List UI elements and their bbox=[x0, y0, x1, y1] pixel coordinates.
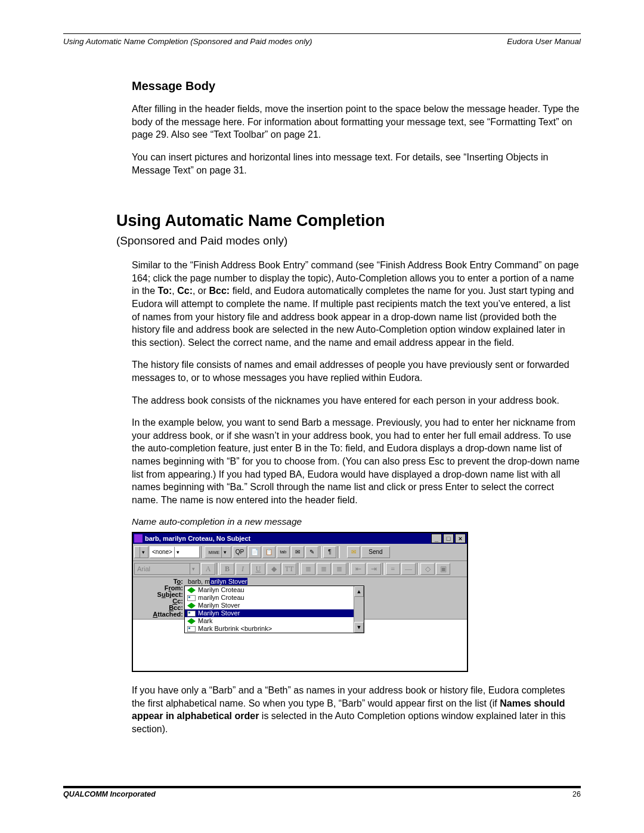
historycard-icon bbox=[187, 611, 196, 617]
priority-dropdown[interactable] bbox=[134, 546, 148, 558]
autocomplete-item-label: Marilyn Stover bbox=[198, 610, 240, 617]
toolbar-separator bbox=[320, 546, 322, 558]
page-number: 26 bbox=[572, 789, 581, 800]
object-button[interactable]: ▣ bbox=[436, 563, 450, 575]
section-autoname-subtitle: (Sponsored and Paid modes only) bbox=[116, 233, 581, 249]
autocomplete-highlight: arilyn Stover bbox=[210, 578, 247, 585]
align-left-button[interactable]: ≣ bbox=[301, 563, 315, 575]
color-button[interactable]: ◆ bbox=[267, 563, 281, 575]
autoname-p4: In the example below, you want to send B… bbox=[132, 416, 581, 506]
indent-button[interactable]: ⇥ bbox=[367, 563, 381, 575]
link-button[interactable]: ◇ bbox=[420, 563, 435, 575]
signature-dropdown[interactable]: <none> bbox=[150, 546, 200, 558]
tb-keep-icon[interactable]: ✉ bbox=[291, 546, 304, 558]
qp-button[interactable]: QP bbox=[233, 546, 247, 558]
titlebar[interactable]: barb, marilyn Croteau, No Subject _ □ × bbox=[133, 533, 467, 544]
running-header-right: Eudora User Manual bbox=[507, 36, 581, 47]
to-field[interactable]: barb, marilyn Stover bbox=[185, 578, 463, 585]
format-toolbar: Arial A B I U ◆ TT ≣ ≣ ≣ ⇤ ⇥ ≡ — ◇ bbox=[133, 561, 467, 577]
autocomplete-item[interactable]: marilyn Croteau bbox=[185, 594, 364, 602]
scroll-down-icon[interactable]: ▼ bbox=[354, 622, 364, 633]
toolbar-separator bbox=[201, 546, 203, 558]
autocomplete-item-label: Mark bbox=[198, 618, 212, 624]
historycard-icon bbox=[187, 595, 196, 601]
msgbody-p1: After filling in the header fields, move… bbox=[132, 103, 581, 141]
italic-button[interactable]: I bbox=[236, 563, 250, 575]
autocomplete-item[interactable]: Marilyn Croteau bbox=[185, 586, 364, 594]
historycard-icon bbox=[187, 626, 196, 632]
autoname-p3: The address book consists of the nicknam… bbox=[132, 394, 581, 407]
autoname-p5: If you have only a “Barb” and a “Beth” a… bbox=[132, 684, 581, 735]
autocomplete-item-label: Mark Burbrink <burbrink> bbox=[198, 625, 272, 632]
send-envelope-icon[interactable]: ✉ bbox=[347, 546, 360, 558]
font-size-button[interactable]: A bbox=[201, 563, 215, 575]
underline-button[interactable]: U bbox=[251, 563, 265, 575]
addressbook-icon bbox=[187, 618, 196, 624]
close-button[interactable]: × bbox=[455, 534, 466, 543]
running-header-left: Using Automatic Name Completion (Sponsor… bbox=[63, 36, 312, 47]
maximize-button[interactable]: □ bbox=[443, 534, 454, 543]
align-center-button[interactable]: ≣ bbox=[317, 563, 331, 575]
outdent-button[interactable]: ⇤ bbox=[351, 563, 366, 575]
app-icon bbox=[134, 534, 143, 543]
autocomplete-item[interactable]: Marilyn Stover bbox=[185, 602, 364, 609]
figure-caption: Name auto-completion in a new message bbox=[132, 516, 581, 528]
tb-pilcrow-icon[interactable]: ¶ bbox=[323, 546, 336, 558]
eudora-compose-window: barb, marilyn Croteau, No Subject _ □ × … bbox=[132, 532, 468, 672]
autocomplete-item[interactable]: Mark bbox=[185, 617, 364, 625]
encoding-dropdown[interactable]: MIME bbox=[205, 546, 231, 558]
tb-doc-icon[interactable]: 📄 bbox=[248, 546, 261, 558]
footer-company: QUALCOMM Incorporated bbox=[63, 789, 156, 800]
autocomplete-item[interactable]: Marilyn Stover bbox=[185, 609, 364, 617]
section-autoname-title: Using Automatic Name Completion bbox=[116, 210, 581, 231]
addressbook-icon bbox=[187, 587, 196, 593]
tt-button[interactable]: TT bbox=[282, 563, 296, 575]
tb-copy-icon[interactable]: 📋 bbox=[262, 546, 275, 558]
scroll-up-icon[interactable]: ▲ bbox=[354, 586, 364, 597]
autoname-p2: The history file consists of names and e… bbox=[132, 358, 581, 384]
bullets-button[interactable]: ≡ bbox=[386, 563, 400, 575]
autocomplete-dropdown[interactable]: Marilyn Croteaumarilyn CroteauMarilyn St… bbox=[184, 586, 364, 633]
msgbody-p2: You can insert pictures and horizontal l… bbox=[132, 151, 581, 176]
hr-button[interactable]: — bbox=[401, 563, 416, 575]
autocomplete-item-label: Marilyn Croteau bbox=[198, 587, 244, 593]
align-right-button[interactable]: ≣ bbox=[332, 563, 346, 575]
autocomplete-item[interactable]: Mark Burbrink <burbrink> bbox=[185, 625, 364, 633]
attached-label: Attached: bbox=[133, 611, 185, 618]
minimize-button[interactable]: _ bbox=[431, 534, 442, 543]
section-message-body-title: Message Body bbox=[132, 78, 581, 94]
tb-tab-icon[interactable]: tab bbox=[277, 546, 290, 558]
addressbook-icon bbox=[187, 603, 196, 609]
bold-button[interactable]: B bbox=[220, 563, 234, 575]
toolbar-separator bbox=[338, 546, 340, 558]
tb-receipt-icon[interactable]: ✎ bbox=[305, 546, 318, 558]
send-button[interactable]: Send bbox=[361, 546, 390, 558]
font-dropdown[interactable]: Arial bbox=[134, 563, 200, 575]
autoname-p1: Similar to the “Finish Address Book Entr… bbox=[132, 259, 581, 349]
header-area: To: barb, marilyn Stover Marilyn Croteau… bbox=[133, 577, 467, 619]
message-toolbar: <none> MIME QP 📄 📋 tab ✉ ✎ ¶ ✉ Send bbox=[133, 544, 467, 561]
window-title: barb, marilyn Croteau, No Subject bbox=[145, 535, 250, 542]
autocomplete-item-label: Marilyn Stover bbox=[198, 602, 240, 609]
autocomplete-item-label: marilyn Croteau bbox=[198, 594, 244, 601]
